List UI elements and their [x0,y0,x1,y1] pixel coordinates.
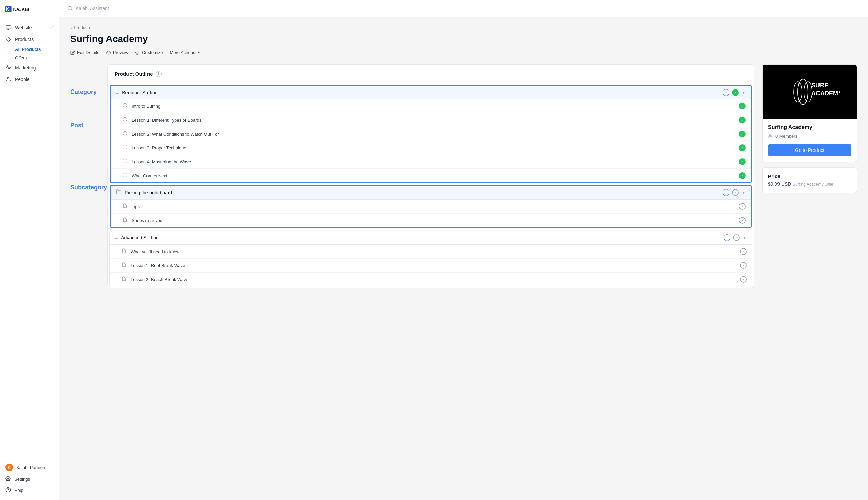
post-title: Tips [132,204,739,209]
search-placeholder: Kajabi Assistant [76,6,109,11]
sidebar-item-marketing[interactable]: Marketing [0,62,59,73]
page-title: Surfing Academy [70,34,857,44]
svg-point-32 [798,79,808,105]
post-status-icon: ✓ [739,172,746,179]
post-status-icon: ✓ [739,217,746,224]
picking-board-chevron-icon[interactable]: ▼ [742,190,746,195]
sidebar-item-help[interactable]: Help [5,485,54,496]
two-col-layout: Category Post Subcategory Pro [70,65,857,288]
sidebar-item-offers-label: Offers [15,55,27,60]
price-label: Price [768,173,852,179]
post-row[interactable]: What you'll need to know ✓ [110,245,752,259]
surf-academy-logo: SURF ACADEMY [779,73,840,111]
advanced-surfing-icons: + ✓ ▼ [723,234,747,241]
post-title: Lesson 1: Different Types of Boards [132,118,739,123]
search-bar[interactable]: Kajabi Assistant [67,6,109,11]
subcategory-annotation: Subcategory [70,184,107,191]
sidebar-item-products-label: Products [15,37,34,42]
post-row[interactable]: Intro to Surfing ✓ [111,99,751,113]
sidebar-item-settings[interactable]: Settings [5,474,54,485]
beginner-surfing-section: ≡ Beginner Surfing + ✓ ▼ [110,85,752,183]
post-row[interactable]: Lesson 4: Mastering the Wave ✓ [111,155,751,169]
members-count: 0 Members [776,134,798,139]
advanced-surfing-chevron-icon[interactable]: ▼ [743,235,747,240]
post-title: Lesson 3: Proper Technique [132,145,739,150]
help-icon [5,487,11,493]
megaphone-icon [5,65,12,71]
eye-icon [106,50,111,55]
post-row[interactable]: Lesson 2: Beach Break Wave ✓ [110,273,752,286]
customize-icon [135,50,140,55]
add-to-category-icon[interactable]: + [723,89,729,96]
customize-label: Customize [142,50,163,55]
beginner-surfing-row[interactable]: ≡ Beginner Surfing + ✓ ▼ [111,86,751,99]
sidebar-item-products[interactable]: Products [0,34,59,45]
svg-text:ACADEMY: ACADEMY [811,90,840,96]
post-doc-icon [122,249,127,254]
sidebar-item-website[interactable]: Website [0,22,59,34]
add-to-subcategory-icon[interactable]: + [723,189,729,196]
beginner-posts: Intro to Surfing ✓ Lesson 1: Different T… [111,99,751,182]
post-row[interactable]: Shops near you ✓ [111,214,751,227]
preview-button[interactable]: Preview [106,48,128,56]
svg-point-13 [137,52,138,53]
post-status-icon: ✓ [739,145,746,151]
outline-card: Product Outline i ··· ≡ Beg [108,65,754,288]
outline-sections: ≡ Beginner Surfing + ✓ ▼ [108,85,754,286]
price-amount: $9.99 USD [768,181,791,187]
outline-more-icon[interactable]: ··· [740,70,747,77]
monitor-icon [5,25,12,31]
svg-point-10 [68,7,72,10]
beginner-surfing-chevron-icon[interactable]: ▼ [742,90,746,95]
post-row[interactable]: Tips ✓ [111,200,751,214]
advanced-surfing-section: ≡ Advanced Surfing + ✓ ▼ [109,230,752,286]
post-annotation: Post [70,122,83,129]
content: ‹ Products Surfing Academy Edit Details … [59,17,868,500]
post-doc-icon [123,217,128,224]
outline-title: Product Outline i [115,71,162,77]
customize-button[interactable]: Customize [135,48,163,56]
svg-point-6 [8,77,9,79]
page-actions: Edit Details Preview Customize More Acti… [70,48,857,56]
folder-icon [116,189,121,196]
picking-board-row[interactable]: Picking the right board + ✓ ▼ [111,186,751,200]
beginner-surfing-icons: + ✓ ▼ [723,89,746,96]
beginner-surfing-title: Beginner Surfing [122,90,723,95]
sidebar-item-kajabi-partners-label: Kajabi Partners [16,465,46,470]
breadcrumb-parent[interactable]: Products [74,25,91,30]
sidebar-item-offers[interactable]: Offers [0,54,59,62]
post-status-icon: ✓ [740,276,747,283]
post-row[interactable]: Lesson 1: Reef Break Wave ✓ [110,259,752,273]
sidebar-item-people[interactable]: People [0,73,59,85]
outline-info-icon[interactable]: i [156,71,162,77]
svg-line-11 [71,10,72,11]
advanced-surfing-status-icon: ✓ [733,234,740,241]
svg-rect-3 [6,26,11,29]
advanced-surfing-row[interactable]: ≡ Advanced Surfing + ✓ ▼ [109,230,752,245]
post-row[interactable]: Lesson 2: What Conditions to Watch Out F… [111,127,751,141]
sidebar-item-kajabi-partners[interactable]: K Kajabi Partners [5,461,54,474]
breadcrumb: ‹ Products [70,25,857,30]
edit-details-label: Edit Details [77,50,99,55]
post-doc-icon [123,172,128,179]
add-to-advanced-icon[interactable]: + [723,234,730,241]
sidebar-item-all-products[interactable]: All Products [0,45,59,54]
post-status-icon: ✓ [739,103,746,110]
kajabi-partners-avatar: K [5,464,13,471]
category-annotation: Category [70,89,97,95]
post-row[interactable]: Lesson 1: Different Types of Boards ✓ [111,113,751,127]
post-doc-icon [122,262,127,269]
right-col: SURF ACADEMY Surfing Academy 0 Members G… [762,65,857,288]
outline-title-text: Product Outline [115,71,153,77]
post-doc-icon [123,159,128,165]
advanced-posts: What you'll need to know ✓ Lesson 1: Ree… [109,245,752,286]
more-actions-button[interactable]: More Actions ▼ [170,48,200,56]
post-doc-icon [123,117,128,123]
pencil-icon [70,50,75,55]
edit-details-button[interactable]: Edit Details [70,48,99,56]
go-to-product-button[interactable]: Go to Product [768,144,852,156]
post-row[interactable]: Lesson 3: Proper Technique ✓ [111,141,751,155]
post-status-icon: ✓ [739,203,746,210]
post-row[interactable]: What Comes Next ✓ [111,169,751,182]
sidebar-item-all-products-label: All Products [15,47,41,52]
